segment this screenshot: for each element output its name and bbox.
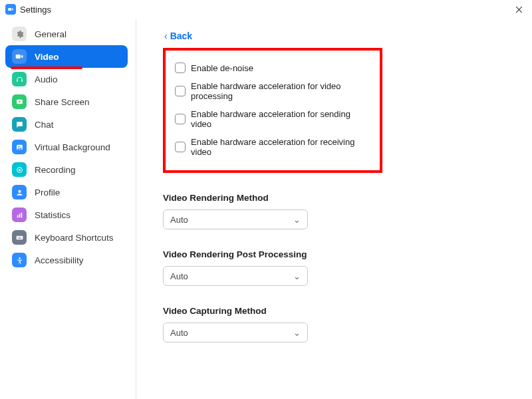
svg-rect-15 [18, 238, 21, 239]
select-value: Auto [170, 328, 188, 338]
sidebar-item-recording[interactable]: Recording [5, 158, 128, 181]
svg-rect-8 [17, 215, 18, 217]
sidebar-item-label: Profile [35, 188, 60, 198]
checkbox-hw-accel-sending[interactable]: Enable hardware acceleration for sending… [175, 105, 370, 133]
window-close-button[interactable] [511, 1, 527, 17]
select-value: Auto [170, 215, 188, 225]
checkbox-label: Enable de-noise [191, 63, 253, 73]
titlebar: Settings [0, 0, 532, 19]
sidebar-item-chat[interactable]: Chat [5, 113, 128, 136]
video-icon [12, 49, 27, 64]
sidebar-item-label: Video [35, 52, 59, 62]
sidebar-item-keyboard-shortcuts[interactable]: Keyboard Shortcuts [5, 226, 128, 249]
svg-rect-0 [8, 8, 11, 11]
sidebar-item-video[interactable]: Video [5, 45, 128, 68]
sidebar-item-general[interactable]: General [5, 23, 128, 45]
sidebar-item-label: Keyboard Shortcuts [35, 233, 114, 243]
checkbox-hw-accel-processing[interactable]: Enable hardware acceleration for video p… [175, 77, 370, 105]
statistics-icon [12, 207, 27, 222]
sidebar-item-accessibility[interactable]: Accessibility [5, 249, 128, 271]
select-value: Auto [170, 271, 188, 281]
keyboard-icon [12, 230, 27, 245]
section-video-capturing-method: Video Capturing Method Auto ⌄ [163, 306, 532, 342]
svg-rect-14 [20, 237, 21, 237]
virtual-background-icon [12, 140, 27, 154]
checkbox-icon [175, 114, 186, 124]
checkbox-icon [175, 63, 186, 73]
sidebar-item-share-screen[interactable]: Share Screen [5, 90, 128, 113]
sidebar-item-profile[interactable]: Profile [5, 181, 128, 203]
chevron-down-icon: ⌄ [293, 271, 301, 281]
sidebar-item-label: Chat [35, 120, 54, 130]
checkbox-hw-accel-receiving[interactable]: Enable hardware acceleration for receivi… [175, 133, 370, 161]
settings-main-panel: ‹ Back Enable de-noise Enable hardware a… [136, 19, 532, 399]
sidebar-item-label: Audio [35, 74, 58, 84]
sidebar-item-label: Virtual Background [35, 142, 110, 152]
checkbox-icon [175, 142, 186, 152]
section-video-rendering-post-processing: Video Rendering Post Processing Auto ⌄ [163, 249, 532, 286]
svg-point-6 [18, 168, 20, 170]
gear-icon [12, 27, 27, 41]
svg-rect-13 [19, 237, 19, 237]
svg-rect-9 [19, 213, 20, 217]
back-link-label: Back [170, 31, 192, 41]
sidebar-item-label: Statistics [35, 210, 70, 220]
section-title: Video Rendering Method [163, 193, 532, 203]
headphones-icon [12, 72, 27, 86]
select-video-rendering-method[interactable]: Auto ⌄ [163, 209, 308, 229]
chevron-down-icon: ⌄ [293, 215, 301, 225]
sidebar-item-label: General [35, 29, 66, 39]
accessibility-icon [12, 253, 27, 267]
sidebar-item-label: Accessibility [35, 255, 84, 265]
annotation-highlight-box: Enable de-noise Enable hardware accelera… [163, 48, 382, 173]
chevron-down-icon: ⌄ [293, 328, 301, 338]
select-video-capturing-method[interactable]: Auto ⌄ [163, 323, 308, 342]
checkbox-enable-denoise[interactable]: Enable de-noise [175, 59, 370, 77]
chevron-left-icon: ‹ [164, 31, 168, 41]
settings-sidebar: General Video Audio Share Screen [0, 19, 133, 399]
profile-icon [12, 185, 27, 200]
svg-point-16 [19, 257, 20, 259]
sidebar-item-virtual-background[interactable]: Virtual Background [5, 136, 128, 158]
section-title: Video Rendering Post Processing [163, 249, 532, 259]
section-video-rendering-method: Video Rendering Method Auto ⌄ [163, 193, 532, 229]
back-link[interactable]: ‹ Back [164, 31, 532, 41]
sidebar-item-audio[interactable]: Audio [5, 68, 128, 90]
svg-point-7 [18, 190, 21, 192]
svg-rect-12 [17, 237, 18, 237]
share-screen-icon [12, 94, 27, 109]
select-video-rendering-post-processing[interactable]: Auto ⌄ [163, 266, 308, 286]
sidebar-item-label: Recording [35, 165, 76, 175]
chat-icon [12, 117, 27, 132]
svg-point-4 [18, 146, 19, 147]
checkbox-label: Enable hardware acceleration for receivi… [191, 137, 370, 157]
sidebar-item-label: Share Screen [35, 97, 90, 107]
checkbox-label: Enable hardware acceleration for sending… [191, 109, 370, 129]
svg-rect-10 [21, 212, 22, 217]
checkbox-icon [175, 86, 186, 96]
svg-rect-1 [16, 55, 21, 59]
sidebar-item-statistics[interactable]: Statistics [5, 203, 128, 226]
recording-icon [12, 162, 27, 177]
checkbox-label: Enable hardware acceleration for video p… [191, 81, 370, 101]
app-icon [5, 4, 16, 15]
section-title: Video Capturing Method [163, 306, 532, 316]
window-title: Settings [20, 5, 51, 15]
